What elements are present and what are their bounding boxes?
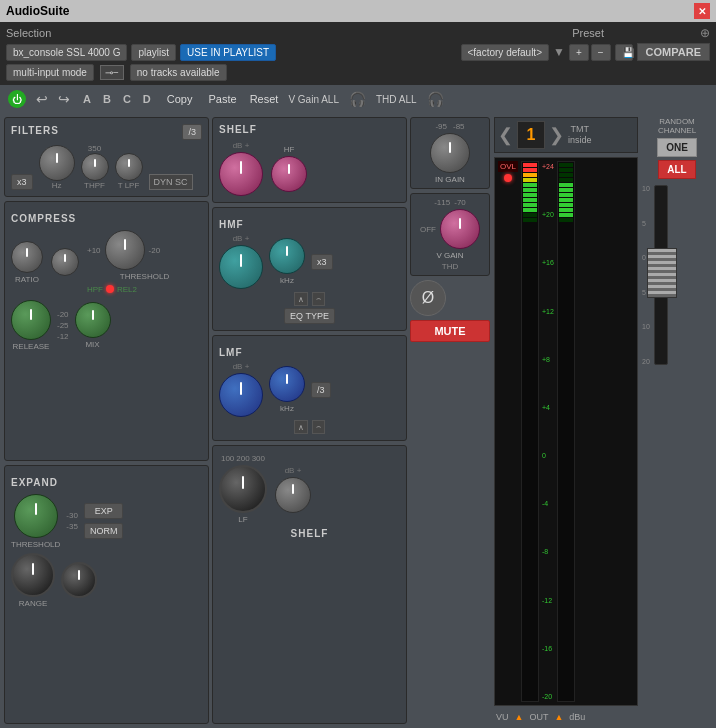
hf-freq-knob[interactable]	[271, 156, 307, 192]
remove-preset-button[interactable]: −	[591, 44, 611, 61]
dyn-sc-button[interactable]: DYN SC	[149, 174, 193, 190]
lmf-wave2-button[interactable]: ⌢	[312, 420, 325, 434]
hmf-section: HMF dB + kHz x3 ∧ ⌢ E	[212, 207, 407, 331]
lpf-freq-knob[interactable]	[81, 153, 109, 181]
meters-area: OVL	[494, 157, 638, 706]
lmf-freq-knob[interactable]	[269, 366, 305, 402]
expand-threshold-knob[interactable]	[14, 494, 58, 538]
factory-default-button[interactable]: <factory default>	[461, 44, 550, 61]
gain-knobs-area: -95 -85 IN GAIN -115 -70 OFF V GAIN	[410, 117, 490, 724]
ratio-knob[interactable]	[11, 241, 43, 273]
redo-button[interactable]: ↪	[58, 91, 70, 107]
ovl-led	[504, 174, 512, 182]
lf-gain-knob[interactable]	[275, 477, 311, 513]
transport-bar: ⏻ ↩ ↪ A B C D Copy Paste Reset V Gain AL…	[0, 85, 716, 113]
a-button[interactable]: A	[80, 93, 94, 105]
close-button[interactable]: ✕	[694, 3, 710, 19]
hmf-gain-knob[interactable]	[219, 245, 263, 289]
lf-freq-knob[interactable]	[219, 465, 267, 513]
compress-title: COMPRESS	[11, 213, 76, 224]
release-knob[interactable]	[11, 300, 51, 340]
threshold-small-knob[interactable]	[51, 248, 79, 276]
hf-gain-knob[interactable]	[219, 152, 263, 196]
plugin-name-button[interactable]: bx_console SSL 4000 G	[6, 44, 127, 61]
compress-led	[106, 285, 114, 293]
copy-button[interactable]: Copy	[164, 93, 196, 105]
filters-section: FILTERS /3 x3 Hz 350 THPF	[4, 117, 209, 197]
filters-title: FILTERS	[11, 125, 59, 136]
save-preset-button[interactable]: 💾	[615, 44, 633, 61]
c-button[interactable]: C	[120, 93, 134, 105]
filters-x3-button[interactable]: /3	[182, 124, 202, 140]
b-button[interactable]: B	[100, 93, 114, 105]
exp-button[interactable]: EXP	[84, 503, 124, 519]
all-button[interactable]: ALL	[658, 160, 695, 179]
left-meter	[521, 161, 539, 702]
eq-type-button[interactable]: EQ TYPE	[284, 308, 335, 324]
mix-knob[interactable]	[75, 302, 111, 338]
v-gain-label: V GAIN	[436, 251, 463, 260]
mute-button[interactable]: MUTE	[410, 320, 490, 342]
power-button[interactable]: ⏻	[8, 90, 26, 108]
top-bar: Selection Preset ⊕ bx_console SSL 4000 G…	[0, 22, 716, 85]
lpf-khz-knob[interactable]	[115, 153, 143, 181]
expand-extra-knob[interactable]	[61, 562, 97, 598]
norm-button[interactable]: NORM	[84, 523, 124, 539]
tlpf-label: T LPF	[118, 181, 140, 190]
vu-labels: VU ▲ OUT ▲ dBu	[494, 710, 638, 724]
thd-label: THD	[442, 262, 458, 271]
v-gain-all-label: V Gain ALL	[288, 94, 339, 105]
hmf-x3-button[interactable]: x3	[311, 254, 333, 270]
in-gain-label: IN GAIN	[435, 175, 465, 184]
preset-label: Preset	[572, 27, 604, 39]
meter-fader-area: ❮ 1 ❯ TMT inside OVL	[494, 117, 638, 724]
random-channel-section: RANDOM CHANNEL ONE ALL	[642, 117, 712, 179]
shelf-bottom-label: SHELF	[291, 528, 329, 539]
out-arrow-icon: ▲	[554, 712, 563, 722]
hmf-wave1-button[interactable]: ∧	[294, 292, 308, 306]
key-icon: ⊸−	[100, 65, 124, 80]
fader-handle[interactable]	[647, 248, 677, 298]
ratio-label: RATIO	[15, 275, 39, 284]
abcd-buttons: A B C D	[80, 93, 154, 105]
lmf-gain-knob[interactable]	[219, 373, 263, 417]
reset-button[interactable]: Reset	[250, 93, 279, 105]
phase-button[interactable]: Ø	[410, 280, 446, 316]
hmf-freq-knob[interactable]	[269, 238, 305, 274]
hpf-freq-knob[interactable]	[39, 145, 75, 181]
hf-label: HF	[284, 145, 295, 154]
hmf-wave2-button[interactable]: ⌢	[312, 292, 325, 306]
multi-input-mode-button[interactable]: multi-input mode	[6, 64, 94, 81]
x3-filter-btn[interactable]: x3	[11, 174, 33, 190]
hpf-label: HPF	[87, 285, 103, 294]
fader-random-area: RANDOM CHANNEL ONE ALL 10 5 0 5 10 20	[642, 117, 712, 724]
use-in-playlist-button[interactable]: USE IN PLAYLIST	[180, 44, 276, 61]
prev-channel-button[interactable]: ❮	[498, 124, 513, 146]
selection-label: Selection	[6, 27, 51, 39]
no-tracks-button[interactable]: no tracks available	[130, 64, 227, 81]
window-title: AudioSuite	[6, 4, 69, 18]
channel-strip: -95 -85 IN GAIN -115 -70 OFF V GAIN	[410, 117, 712, 724]
add-preset-button[interactable]: +	[569, 44, 589, 61]
plugin-body: FILTERS /3 x3 Hz 350 THPF	[0, 113, 716, 728]
preset-row: Selection Preset ⊕	[6, 26, 710, 40]
tmt-section: ❮ 1 ❯ TMT inside	[494, 117, 638, 153]
threshold-label: THRESHOLD	[87, 272, 202, 281]
range-label: RANGE	[19, 599, 47, 608]
off-label: OFF	[420, 225, 436, 234]
undo-button[interactable]: ↩	[36, 91, 48, 107]
paste-button[interactable]: Paste	[206, 93, 240, 105]
playlist-button[interactable]: playlist	[131, 44, 176, 61]
v-gain-knob[interactable]	[440, 209, 480, 249]
thpf-label: THPF	[84, 181, 105, 190]
next-channel-button[interactable]: ❯	[549, 124, 564, 146]
lmf-slash3-button[interactable]: /3	[311, 382, 331, 398]
lmf-wave1-button[interactable]: ∧	[294, 420, 308, 434]
d-button[interactable]: D	[140, 93, 154, 105]
compare-button[interactable]: COMPARE	[637, 43, 710, 61]
range-knob[interactable]	[11, 553, 55, 597]
ovl-label: OVL	[498, 161, 518, 172]
one-button[interactable]: ONE	[657, 138, 697, 157]
in-gain-knob[interactable]	[430, 133, 470, 173]
threshold-main-knob[interactable]	[105, 230, 145, 270]
